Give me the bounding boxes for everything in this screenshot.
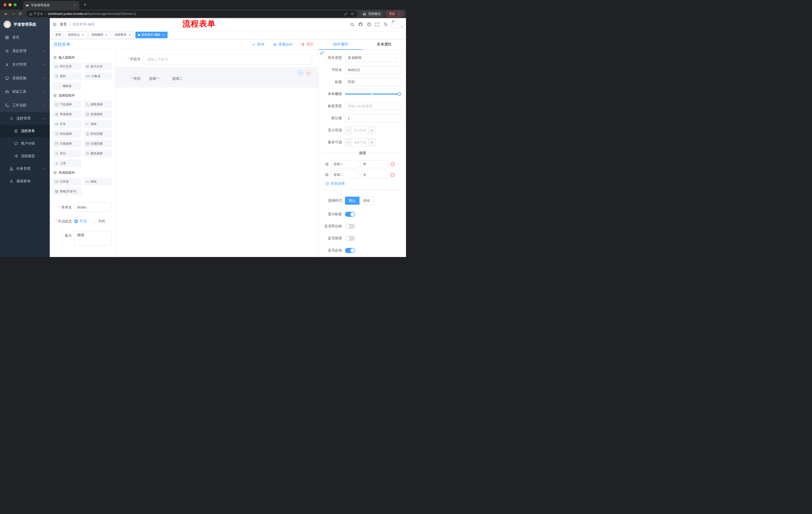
tab-close-icon[interactable]: × <box>73 3 77 7</box>
window-zoom-button[interactable] <box>13 3 17 6</box>
increase-button[interactable]: + <box>368 139 375 146</box>
palette-item-color-picker[interactable]: 颜色选择 <box>84 150 112 157</box>
back-button[interactable] <box>2 10 9 17</box>
sidebar-item-user-group[interactable]: 用户分组 <box>0 137 50 150</box>
option-1-value-input[interactable] <box>360 160 388 168</box>
sidebar-item-workflow[interactable]: 工作流程 <box>0 99 50 112</box>
sidebar-item-home[interactable]: 首页 <box>0 31 50 44</box>
palette-item-checkbox-group[interactable]: 多选框组 <box>84 110 112 118</box>
form-remark-input[interactable]: 嘿嘿 <box>75 231 112 245</box>
search-icon[interactable] <box>348 18 356 31</box>
tag-close-icon[interactable]: × <box>162 33 165 37</box>
link-icon[interactable] <box>320 51 324 55</box>
status-radio-off[interactable]: 关闭 <box>93 219 105 223</box>
palette-item-cascader[interactable]: 级联选择 <box>84 101 112 108</box>
status-radio-on[interactable]: 开启 <box>75 219 87 223</box>
component-type-select[interactable]: 多选框组 <box>345 54 401 62</box>
tab-component-props[interactable]: 组件属性 <box>319 39 362 50</box>
canvas-field-phone[interactable]: 手机号 <box>115 54 319 64</box>
tag-home[interactable]: 首页 <box>53 32 64 38</box>
github-icon[interactable] <box>356 18 365 31</box>
browser-tab[interactable]: 芋道管理系统 × <box>23 1 79 9</box>
option-2-value-input[interactable] <box>360 171 388 179</box>
fullscreen-icon[interactable] <box>373 18 381 31</box>
user-avatar-menu[interactable]: ▾ <box>392 20 403 29</box>
decrease-button[interactable]: − <box>345 127 352 134</box>
sidebar-item-system-management[interactable]: 系统管理 <box>0 44 50 58</box>
sidebar-item-process-model[interactable]: 流程模型 <box>0 150 50 162</box>
label-width-input[interactable] <box>345 102 401 110</box>
palette-item-select[interactable]: 下拉选择 <box>53 101 81 108</box>
palette-item-table[interactable]: 表格[开发中] <box>53 188 81 195</box>
sidebar-item-task-management[interactable]: 任务管理 <box>0 162 50 175</box>
window-minimize-button[interactable] <box>8 3 11 6</box>
palette-item-switch[interactable]: 开关 <box>53 120 81 128</box>
palette-item-upload[interactable]: 上传 <box>53 159 81 167</box>
tag-close-icon[interactable]: × <box>81 33 85 37</box>
copy-component-button[interactable] <box>297 70 303 76</box>
sidebar-item-process-form[interactable]: 流程表单 <box>0 125 50 137</box>
increase-button[interactable]: + <box>368 127 375 134</box>
address-bar[interactable]: 不安全 dashboard.yudao.iocoder.cn /bpm/mana… <box>26 10 357 17</box>
breadcrumb-home[interactable]: 首页 <box>60 22 67 27</box>
border-toggle[interactable] <box>345 224 355 229</box>
sidebar-item-leave-query[interactable]: 请假查询 <box>0 175 50 188</box>
canvas-field-gender[interactable]: 性别 选项一 选项二 <box>115 67 319 87</box>
palette-item-date-range[interactable]: 日期范围 <box>84 140 112 147</box>
slider-handle[interactable] <box>398 92 401 96</box>
bookmark-star-icon[interactable] <box>351 12 354 16</box>
palette-item-editor[interactable]: 编辑器 <box>53 82 81 90</box>
palette-item-text-input[interactable]: 单行文本 <box>53 63 81 70</box>
title-input[interactable] <box>345 78 401 86</box>
required-toggle[interactable] <box>345 248 355 253</box>
save-button[interactable]: 保存 <box>252 42 264 47</box>
option-2-label-input[interactable] <box>331 171 358 179</box>
style-button-button[interactable]: 按钮 <box>359 197 374 205</box>
style-default-button[interactable]: 默认 <box>345 197 359 205</box>
view-json-button[interactable]: 查看json <box>273 42 292 47</box>
palette-item-password[interactable]: 密码 <box>53 73 81 80</box>
palette-item-time-picker[interactable]: 时间选择 <box>53 130 81 138</box>
drag-handle-icon[interactable] <box>325 173 329 177</box>
remove-option-icon[interactable] <box>390 162 395 167</box>
tag-process-form[interactable]: 流程表单 × <box>112 32 134 38</box>
gender-option-2[interactable]: 选项二 <box>167 77 183 81</box>
palette-item-slider[interactable]: 滑块 <box>84 120 112 128</box>
font-size-icon[interactable] <box>381 18 390 31</box>
new-tab-button[interactable]: + <box>81 1 88 8</box>
clear-button[interactable]: 清空 <box>301 42 314 47</box>
hamburger-icon[interactable] <box>50 18 59 31</box>
remove-option-icon[interactable] <box>390 172 395 177</box>
password-key-icon[interactable] <box>344 12 348 16</box>
security-chip[interactable]: 不安全 <box>29 12 43 16</box>
palette-item-time-range[interactable]: 时间范围 <box>84 130 112 138</box>
drag-handle-icon[interactable] <box>325 162 329 166</box>
reload-button[interactable] <box>17 10 24 17</box>
tag-process-form-edit[interactable]: 流程表单-编辑 × <box>136 32 168 38</box>
tag-process-model[interactable]: 流程模型 × <box>89 32 111 38</box>
tag-process-definition[interactable]: 流程定义 × <box>65 32 87 38</box>
show-label-toggle[interactable] <box>345 212 355 217</box>
sidebar-item-payment-management[interactable]: 支付管理 <box>0 58 50 72</box>
chrome-update-button[interactable]: 更新 ⋮ <box>386 11 404 17</box>
default-value-input[interactable] <box>345 114 401 122</box>
tag-close-icon[interactable]: × <box>128 33 132 37</box>
palette-item-rate[interactable]: 评分 <box>53 150 81 157</box>
forward-button[interactable] <box>9 10 17 17</box>
sidebar-item-process-management[interactable]: 流程管理 <box>0 112 50 125</box>
option-1-label-input[interactable] <box>331 160 358 168</box>
grid-slider[interactable] <box>345 90 401 98</box>
palette-item-date-picker[interactable]: 日期选择 <box>53 140 81 147</box>
add-option-button[interactable]: 添加选项 <box>325 181 402 186</box>
sidebar-logo[interactable]: 芋道管理系统 <box>0 18 50 31</box>
min-select-placeholder[interactable]: 至少应选 <box>352 127 368 134</box>
palette-item-radio-group[interactable]: 单选框组 <box>53 110 81 118</box>
field-name-input[interactable] <box>345 66 401 74</box>
window-close-button[interactable] <box>3 3 6 6</box>
palette-item-textarea[interactable]: 多行文本 <box>84 63 112 70</box>
max-select-placeholder[interactable]: 最多可选 <box>352 139 368 146</box>
tab-form-props[interactable]: 表单属性 <box>362 39 406 50</box>
browser-menu-icon[interactable]: ⋮ <box>397 12 401 16</box>
form-name-input[interactable] <box>75 203 112 212</box>
palette-item-counter[interactable]: 123计数器 <box>84 73 112 80</box>
